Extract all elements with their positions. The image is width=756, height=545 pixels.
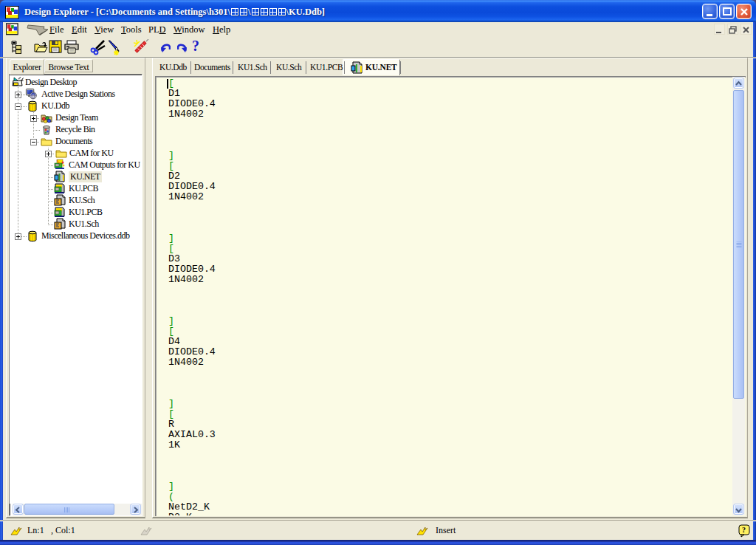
svg-text:?: ? <box>742 526 746 534</box>
